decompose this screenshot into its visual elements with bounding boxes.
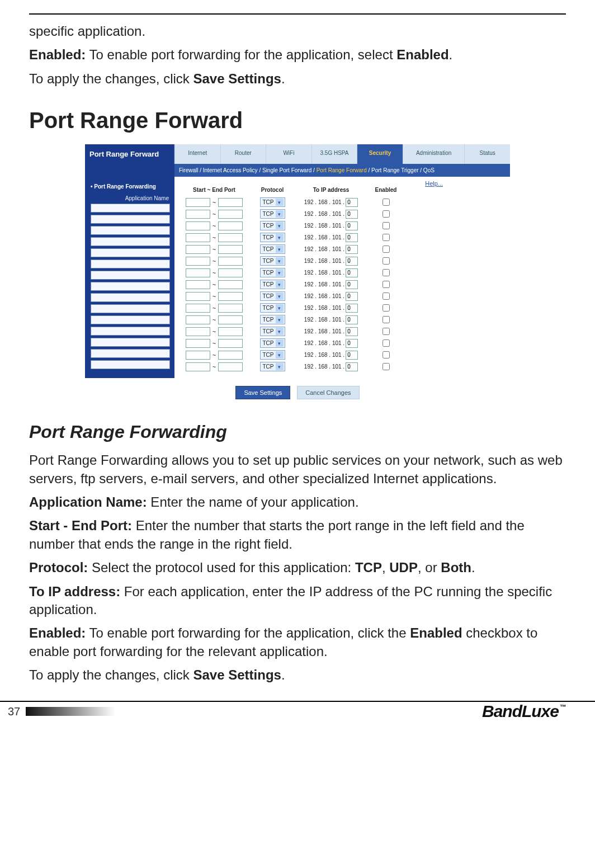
protocol-select[interactable]: TCP▾	[260, 338, 285, 348]
cancel-changes-button[interactable]: Cancel Changes	[297, 386, 359, 399]
application-name-input[interactable]	[91, 260, 170, 268]
ip-last-octet-input[interactable]	[346, 327, 358, 336]
start-port-input[interactable]	[186, 280, 210, 289]
application-name-input[interactable]	[91, 282, 170, 291]
protocol-select[interactable]: TCP▾	[260, 350, 285, 360]
application-name-input[interactable]	[91, 248, 170, 257]
protocol-select[interactable]: TCP▾	[260, 221, 285, 230]
start-port-input[interactable]	[186, 362, 210, 371]
enabled-checkbox[interactable]	[382, 246, 390, 253]
start-port-input[interactable]	[186, 315, 210, 324]
end-port-input[interactable]	[218, 221, 243, 230]
start-port-input[interactable]	[186, 210, 210, 219]
start-port-input[interactable]	[186, 339, 210, 348]
protocol-select[interactable]: TCP▾	[260, 256, 285, 266]
ip-last-octet-input[interactable]	[346, 362, 358, 371]
enabled-checkbox[interactable]	[382, 328, 390, 335]
application-name-input[interactable]	[91, 237, 170, 246]
enabled-checkbox[interactable]	[382, 339, 390, 347]
tab-status[interactable]: Status	[464, 144, 510, 164]
enabled-checkbox[interactable]	[382, 304, 390, 312]
enabled-checkbox[interactable]	[382, 351, 390, 358]
tab-3-5g-hspa[interactable]: 3.5G HSPA	[311, 144, 357, 164]
ip-last-octet-input[interactable]	[346, 280, 358, 289]
ip-last-octet-input[interactable]	[346, 233, 358, 242]
start-port-input[interactable]	[186, 245, 210, 254]
ip-last-octet-input[interactable]	[346, 339, 358, 348]
enabled-checkbox[interactable]	[382, 210, 390, 218]
enabled-checkbox[interactable]	[382, 281, 390, 288]
save-settings-button[interactable]: Save Settings	[235, 386, 290, 399]
application-name-input[interactable]	[91, 271, 170, 280]
start-port-input[interactable]	[186, 351, 210, 360]
protocol-select[interactable]: TCP▾	[260, 233, 285, 242]
end-port-input[interactable]	[218, 292, 243, 301]
tab-internet[interactable]: Internet	[174, 144, 220, 164]
enabled-checkbox[interactable]	[382, 293, 390, 300]
end-port-input[interactable]	[218, 339, 243, 348]
ip-last-octet-input[interactable]	[346, 245, 358, 254]
enabled-checkbox[interactable]	[382, 222, 390, 229]
application-name-input[interactable]	[91, 226, 170, 235]
end-port-input[interactable]	[218, 210, 243, 219]
start-port-input[interactable]	[186, 292, 210, 301]
protocol-select[interactable]: TCP▾	[260, 315, 285, 324]
ip-last-octet-input[interactable]	[346, 210, 358, 219]
protocol-select[interactable]: TCP▾	[260, 268, 285, 277]
enabled-checkbox[interactable]	[382, 234, 390, 241]
start-port-input[interactable]	[186, 221, 210, 230]
enabled-checkbox[interactable]	[382, 316, 390, 323]
end-port-input[interactable]	[218, 327, 243, 336]
end-port-input[interactable]	[218, 245, 243, 254]
tab-wifi[interactable]: WiFi	[266, 144, 311, 164]
start-port-input[interactable]	[186, 327, 210, 336]
end-port-input[interactable]	[218, 280, 243, 289]
ip-last-octet-input[interactable]	[346, 315, 358, 324]
ip-last-octet-input[interactable]	[346, 268, 358, 277]
ip-last-octet-input[interactable]	[346, 351, 358, 360]
ip-last-octet-input[interactable]	[346, 292, 358, 301]
protocol-select[interactable]: TCP▾	[260, 280, 285, 289]
tab-router[interactable]: Router	[220, 144, 266, 164]
end-port-input[interactable]	[218, 257, 243, 266]
enabled-checkbox[interactable]	[382, 269, 390, 276]
protocol-select[interactable]: TCP▾	[260, 291, 285, 301]
end-port-input[interactable]	[218, 351, 243, 360]
protocol-select[interactable]: TCP▾	[260, 197, 285, 207]
end-port-input[interactable]	[218, 233, 243, 242]
end-port-input[interactable]	[218, 362, 243, 371]
ip-last-octet-input[interactable]	[346, 304, 358, 313]
application-name-input[interactable]	[91, 293, 170, 302]
protocol-select[interactable]: TCP▾	[260, 244, 285, 254]
tab-security[interactable]: Security	[357, 144, 403, 164]
application-name-input[interactable]	[91, 327, 170, 336]
protocol-select[interactable]: TCP▾	[260, 209, 285, 219]
start-port-input[interactable]	[186, 257, 210, 266]
protocol-select[interactable]: TCP▾	[260, 327, 285, 336]
start-port-input[interactable]	[186, 268, 210, 277]
end-port-input[interactable]	[218, 198, 243, 207]
tab-administration[interactable]: Administration	[403, 144, 465, 164]
protocol-select[interactable]: TCP▾	[260, 362, 285, 371]
application-name-input[interactable]	[91, 349, 170, 358]
application-name-input[interactable]	[91, 304, 170, 313]
application-name-input[interactable]	[91, 215, 170, 224]
start-port-input[interactable]	[186, 198, 210, 207]
application-name-input[interactable]	[91, 338, 170, 347]
help-link[interactable]: Help...	[425, 180, 443, 187]
application-name-input[interactable]	[91, 204, 170, 213]
application-name-input[interactable]	[91, 360, 170, 369]
start-port-input[interactable]	[186, 304, 210, 313]
start-port-input[interactable]	[186, 233, 210, 242]
enabled-checkbox[interactable]	[382, 199, 390, 206]
enabled-checkbox[interactable]	[382, 257, 390, 265]
application-name-input[interactable]	[91, 315, 170, 324]
enabled-checkbox[interactable]	[382, 363, 390, 370]
protocol-select[interactable]: TCP▾	[260, 303, 285, 313]
ip-last-octet-input[interactable]	[346, 257, 358, 266]
end-port-input[interactable]	[218, 268, 243, 277]
end-port-input[interactable]	[218, 304, 243, 313]
ip-last-octet-input[interactable]	[346, 198, 358, 207]
end-port-input[interactable]	[218, 315, 243, 324]
ip-last-octet-input[interactable]	[346, 221, 358, 230]
